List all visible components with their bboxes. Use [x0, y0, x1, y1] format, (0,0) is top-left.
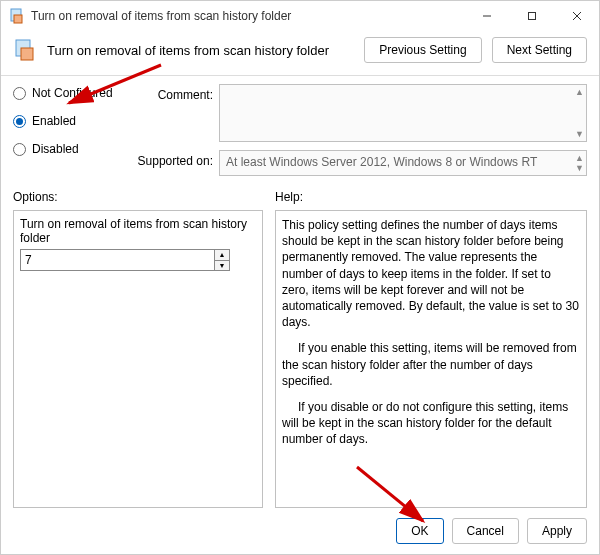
- radio-icon: [13, 115, 26, 128]
- supported-row: Supported on: At least Windows Server 20…: [133, 150, 587, 176]
- window-title: Turn on removal of items from scan histo…: [31, 9, 291, 23]
- help-paragraph: If you disable or do not configure this …: [282, 399, 580, 448]
- disabled-label: Disabled: [32, 142, 79, 156]
- disabled-option[interactable]: Disabled: [13, 142, 123, 156]
- radio-icon: [13, 143, 26, 156]
- app-icon: [9, 8, 25, 24]
- help-paragraph: If you enable this setting, items will b…: [282, 340, 580, 389]
- help-paragraph: This policy setting defines the number o…: [282, 217, 580, 330]
- previous-setting-button[interactable]: Previous Setting: [364, 37, 481, 63]
- option-item-title: Turn on removal of items from scan histo…: [20, 217, 256, 245]
- minimize-button[interactable]: [464, 1, 509, 31]
- details-split: Options: Turn on removal of items from s…: [1, 186, 599, 508]
- svg-rect-3: [528, 13, 535, 20]
- policy-editor-window: Turn on removal of items from scan histo…: [0, 0, 600, 555]
- scroll-up-icon: ▲: [575, 87, 584, 97]
- comment-textarea[interactable]: ▲ ▼: [219, 84, 587, 142]
- days-spinner: ▲ ▼: [20, 249, 230, 271]
- svg-rect-7: [21, 48, 33, 60]
- supported-on-text: At least Windows Server 2012, Windows 8 …: [226, 155, 537, 169]
- titlebar: Turn on removal of items from scan histo…: [1, 1, 599, 31]
- help-label: Help:: [275, 190, 587, 204]
- svg-rect-1: [14, 15, 22, 23]
- scroll-down-icon: ▼: [575, 129, 584, 139]
- supported-on-value: At least Windows Server 2012, Windows 8 …: [219, 150, 587, 176]
- policy-icon: [13, 38, 37, 62]
- options-label: Options:: [13, 190, 263, 204]
- enabled-label: Enabled: [32, 114, 76, 128]
- header: Turn on removal of items from scan histo…: [1, 31, 599, 76]
- maximize-button[interactable]: [509, 1, 554, 31]
- config-area: Not Configured Enabled Disabled Comment:…: [1, 76, 599, 186]
- spinner-up-button[interactable]: ▲: [215, 250, 229, 261]
- help-box: This policy setting defines the number o…: [275, 210, 587, 508]
- ok-button[interactable]: OK: [396, 518, 443, 544]
- state-radio-group: Not Configured Enabled Disabled: [13, 84, 123, 176]
- next-setting-button[interactable]: Next Setting: [492, 37, 587, 63]
- close-button[interactable]: [554, 1, 599, 31]
- spinner-down-button[interactable]: ▼: [215, 261, 229, 271]
- enabled-option[interactable]: Enabled: [13, 114, 123, 128]
- apply-button[interactable]: Apply: [527, 518, 587, 544]
- days-input[interactable]: [20, 249, 214, 271]
- scroll-up-icon: ▲: [575, 153, 584, 163]
- help-pane: Help: This policy setting defines the nu…: [275, 190, 587, 508]
- supported-on-label: Supported on:: [133, 150, 213, 168]
- options-box: Turn on removal of items from scan histo…: [13, 210, 263, 508]
- dialog-footer: OK Cancel Apply: [1, 508, 599, 554]
- radio-icon: [13, 87, 26, 100]
- scroll-down-icon: ▼: [575, 163, 584, 173]
- not-configured-option[interactable]: Not Configured: [13, 86, 123, 100]
- not-configured-label: Not Configured: [32, 86, 113, 100]
- cancel-button[interactable]: Cancel: [452, 518, 519, 544]
- meta-column: Comment: ▲ ▼ Supported on: At least Wind…: [133, 84, 587, 176]
- policy-title: Turn on removal of items from scan histo…: [47, 43, 329, 58]
- comment-row: Comment: ▲ ▼: [133, 84, 587, 142]
- window-controls: [464, 1, 599, 31]
- comment-label: Comment:: [133, 84, 213, 102]
- options-pane: Options: Turn on removal of items from s…: [13, 190, 263, 508]
- spinner-buttons: ▲ ▼: [214, 249, 230, 271]
